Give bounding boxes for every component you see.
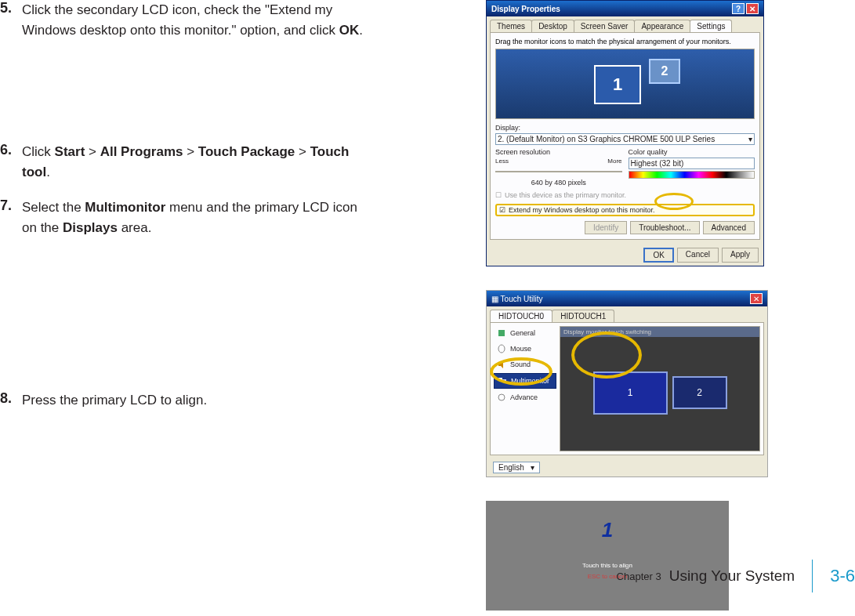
close-button[interactable]: ✕: [746, 3, 759, 14]
sidebar-item-multimonitor[interactable]: Multimonitor: [494, 373, 556, 389]
step7-displays: Displays: [63, 220, 118, 235]
instruction-steps: 5. Click the secondary LCD icon, check t…: [0, 0, 408, 426]
step7-text-c: area.: [118, 220, 151, 235]
step-5: 5. Click the secondary LCD icon, check t…: [0, 0, 408, 40]
step5-text-a: Click the secondary LCD icon, check the …: [22, 2, 339, 38]
more-label: More: [607, 158, 621, 165]
dialog-titlebar: ▦ Touch Utility ✕: [487, 291, 767, 306]
sep: >: [85, 144, 100, 159]
mouse-icon: [496, 343, 507, 354]
align-number: 1: [486, 518, 729, 542]
step-8: 8. Press the primary LCD to align.: [0, 390, 408, 411]
divider: [812, 560, 813, 592]
help-button[interactable]: ?: [732, 3, 745, 14]
checkbox-icon: ☑: [499, 206, 505, 214]
dialog-body: Drag the monitor icons to match the phys…: [490, 32, 760, 240]
troubleshoot-button[interactable]: Troubleshoot...: [630, 221, 699, 234]
apply-button[interactable]: Apply: [722, 248, 759, 263]
monitor-2-icon[interactable]: 2: [649, 59, 680, 84]
sidebar-label: Advance: [510, 393, 538, 401]
svg-rect-3: [498, 378, 502, 381]
step6-touchpackage: Touch Package: [198, 144, 295, 159]
align-screen[interactable]: 1 Touch this to align ESC to cancel: [486, 501, 729, 611]
svg-marker-2: [498, 361, 503, 368]
step-number: 8.: [0, 390, 22, 407]
chevron-down-icon: ▾: [748, 135, 752, 143]
primary-monitor-checkbox[interactable]: ☐ Use this device as the primary monitor…: [495, 191, 755, 199]
display-1-icon[interactable]: 1: [593, 371, 668, 415]
screenshot-column: Display Properties ? ✕ Themes Desktop Sc…: [486, 0, 768, 611]
primary-monitor-label: Use this device as the primary monitor.: [505, 191, 626, 199]
step6-allprograms: All Programs: [100, 144, 183, 159]
page-footer: Chapter 3 Using Your System 3-6: [617, 560, 855, 592]
sep: >: [183, 144, 197, 159]
step-text: Click the secondary LCD icon, check the …: [22, 0, 367, 40]
cancel-button[interactable]: Cancel: [677, 248, 719, 263]
dialog-body: General Mouse Sound: [490, 322, 764, 455]
sidebar-item-advance[interactable]: Advance: [494, 390, 556, 404]
extend-desktop-label: Extend my Windows desktop onto this moni…: [509, 206, 655, 214]
step6-start: Start: [55, 144, 85, 159]
step-text: Select the Multimonitor menu and the pri…: [22, 197, 367, 237]
tab-appearance[interactable]: Appearance: [634, 20, 690, 32]
monitor-1-icon[interactable]: 1: [594, 65, 641, 104]
displays-heading: Display monitor touch switching: [560, 327, 759, 337]
step6-text-a: Click: [22, 144, 55, 159]
resolution-label: Screen resolution: [495, 148, 622, 156]
step-text: Press the primary LCD to align.: [22, 390, 207, 411]
step-text: Click Start > All Programs > Touch Packa…: [22, 142, 367, 182]
sidebar-item-general[interactable]: General: [494, 326, 556, 340]
tab-settings[interactable]: Settings: [690, 20, 732, 32]
svg-rect-4: [502, 379, 506, 382]
color-quality-group: Color quality Highest (32 bit): [629, 148, 755, 187]
display-select[interactable]: 2. (Default Monitor) on S3 Graphics CHRO…: [495, 133, 755, 145]
dialog-title: Display Properties: [491, 5, 560, 13]
step7-text-a: Select the: [22, 200, 85, 215]
dialog-title: ▦ Touch Utility: [491, 295, 543, 303]
resolution-value: 640 by 480 pixels: [495, 179, 622, 187]
chapter-label: Chapter 3: [617, 571, 661, 582]
color-quality-label: Color quality: [629, 148, 755, 156]
svg-point-5: [498, 394, 505, 400]
tab-hidtouch0[interactable]: HIDTOUCH0: [490, 310, 552, 322]
color-quality-select[interactable]: Highest (32 bit): [629, 158, 755, 169]
ok-button[interactable]: OK: [643, 248, 673, 263]
language-select[interactable]: English ▾: [493, 462, 540, 473]
step-number: 5.: [0, 0, 22, 16]
resolution-slider[interactable]: [495, 168, 622, 176]
step5-text-c: .: [359, 23, 363, 38]
dialog-titlebar: Display Properties ? ✕: [487, 1, 763, 16]
sidebar-item-mouse[interactable]: Mouse: [494, 342, 556, 356]
display-properties-wrap: Display Properties ? ✕ Themes Desktop Sc…: [486, 0, 768, 266]
advanced-button[interactable]: Advanced: [703, 221, 755, 234]
displays-area: Display monitor touch switching 1 2: [560, 326, 760, 451]
display-select-value: 2. (Default Monitor) on S3 Graphics CHRO…: [498, 135, 715, 143]
step8-text: Press the primary LCD to align.: [22, 393, 207, 408]
step-number: 7.: [0, 197, 22, 214]
tab-hidtouch1[interactable]: HIDTOUCH1: [552, 310, 614, 322]
display-2-icon[interactable]: 2: [672, 376, 727, 409]
sidebar-label: General: [510, 329, 535, 337]
gear-icon: [496, 328, 507, 339]
sidebar-item-sound[interactable]: Sound: [494, 357, 556, 371]
sidebar-label: Sound: [510, 361, 531, 368]
tab-desktop[interactable]: Desktop: [531, 20, 574, 32]
tab-themes[interactable]: Themes: [490, 20, 532, 32]
step6-text-c: .: [46, 165, 50, 179]
extend-desktop-checkbox[interactable]: ☑ Extend my Windows desktop onto this mo…: [495, 204, 755, 216]
title-text: Touch Utility: [501, 295, 543, 303]
less-label: Less: [495, 158, 509, 165]
chevron-down-icon: ▾: [531, 463, 534, 472]
language-value: English: [498, 463, 524, 472]
step-number: 6.: [0, 142, 22, 158]
sidebar: General Mouse Sound: [494, 326, 556, 451]
tab-screensaver[interactable]: Screen Saver: [574, 20, 636, 32]
close-button[interactable]: ✕: [750, 293, 763, 304]
sound-icon: [496, 359, 507, 370]
step7-multimonitor: Multimonitor: [85, 200, 165, 215]
page-number: 3-6: [830, 566, 855, 586]
monitor-arrangement[interactable]: 1 2: [495, 49, 755, 119]
resolution-group: Screen resolution Less More 640 by 480 p…: [495, 148, 622, 187]
step-6: 6. Click Start > All Programs > Touch Pa…: [0, 142, 408, 182]
identify-button[interactable]: Identify: [585, 221, 627, 234]
